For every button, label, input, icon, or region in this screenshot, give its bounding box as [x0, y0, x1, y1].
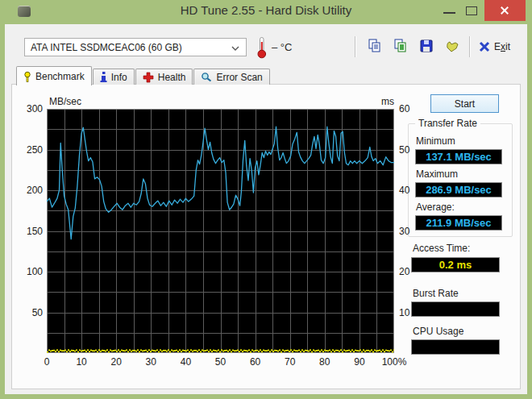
copy-screenshot-button[interactable] [390, 36, 411, 57]
drive-select-value: ATA INTEL SSDMCEAC06 (60 GB) [31, 42, 182, 53]
tab-info[interactable]: Info [93, 69, 135, 85]
tab-label: Benchmark [35, 71, 85, 82]
x-axis-tick-label: 50 [206, 356, 235, 368]
maximum-value: 286.9 MB/sec [415, 182, 502, 197]
hd-tune-window: { "window": { "title": "HD Tune 2.55 - H… [0, 0, 532, 399]
maximize-button[interactable] [463, 0, 480, 21]
x-axis-tick-label: 80 [310, 356, 339, 368]
temperature-value: – °C [272, 41, 292, 53]
temperature-icon [256, 36, 268, 59]
y-axis-right-tick-label: 40 [399, 185, 420, 196]
magnifier-icon [201, 72, 212, 82]
minimize-button[interactable] [440, 0, 459, 21]
tab-strip: Benchmark Info Health Error Scan [16, 65, 271, 85]
x-axis-tick-label: 40 [171, 356, 200, 368]
x-axis-tick-label: 20 [102, 356, 131, 368]
left-axis-unit-label: MB/sec [49, 96, 81, 107]
cpu-usage-label: CPU Usage [413, 326, 463, 337]
access-time-value: 0.2 ms [411, 257, 500, 272]
x-axis-tick-label: 100% [380, 356, 409, 368]
tab-label: Error Scan [216, 72, 262, 83]
x-axis-tick-label: 90 [345, 356, 374, 368]
maximum-label: Maximum [416, 168, 458, 180]
y-axis-right-tick-label: 10 [399, 307, 420, 318]
benchmark-icon [23, 71, 31, 82]
y-axis-right-tick-label: 30 [399, 226, 420, 237]
burst-rate-label: Burst Rate [413, 288, 459, 299]
average-label: Average: [416, 202, 455, 213]
info-icon [100, 72, 107, 82]
window-titlebar: HD Tune 2.55 - Hard Disk Utility [0, 0, 532, 24]
y-axis-left-tick-label: 200 [12, 185, 43, 196]
minimum-label: Minimum [416, 135, 455, 147]
access-time-label: Access Time: [413, 243, 470, 254]
tab-benchmark[interactable]: Benchmark [16, 66, 92, 85]
y-axis-left-tick-label: 300 [12, 103, 43, 114]
transfer-rate-title: Transfer Rate [415, 118, 480, 129]
minimum-value: 137.1 MB/sec [415, 149, 502, 164]
toolbar-separator [355, 36, 355, 57]
save-icon [418, 38, 434, 54]
tab-health[interactable]: Health [135, 69, 193, 85]
x-axis-tick-label: 60 [241, 356, 270, 368]
y-axis-left-tick-label: 50 [12, 307, 43, 318]
x-axis-tick-label: 70 [276, 356, 305, 368]
x-axis-tick-label: 30 [136, 356, 165, 368]
copy-to-clipboard-button[interactable] [364, 36, 385, 57]
exit-label: Exit [494, 41, 510, 52]
tab-error-scan[interactable]: Error Scan [193, 69, 269, 85]
y-axis-right-tick-label: 60 [399, 103, 420, 114]
benchmark-chart [47, 109, 394, 353]
health-cross-icon [143, 72, 154, 83]
burst-rate-value: 138.7 MB/sec [411, 301, 500, 317]
copy-screenshot-icon [393, 38, 409, 54]
close-button[interactable] [484, 0, 526, 21]
exit-button[interactable]: Exit [479, 36, 510, 57]
y-axis-left-tick-label: 150 [12, 226, 43, 237]
start-button[interactable]: Start [430, 94, 499, 113]
benchmark-panel: MB/sec ms Start Transfer Rate Minimum 13… [11, 84, 521, 389]
y-axis-left-tick-label: 100 [12, 266, 43, 277]
window-content: ATA INTEL SSDMCEAC06 (60 GB) – °C [5, 24, 527, 394]
tab-label: Health [158, 72, 186, 83]
y-axis-left-tick-label: 250 [12, 144, 43, 156]
help-button[interactable] [442, 36, 463, 57]
cpu-usage-value: 8.6% [411, 339, 500, 355]
x-axis-tick-label: 0 [32, 356, 61, 368]
copy-icon [367, 38, 383, 54]
tab-label: Info [111, 72, 127, 83]
toolbar-separator [469, 36, 470, 57]
right-axis-unit-label: ms [346, 96, 394, 107]
y-axis-right-tick-label: 50 [399, 144, 420, 156]
transfer-rate-groupbox: Transfer Rate Minimum 137.1 MB/sec Maxim… [408, 123, 513, 237]
average-value: 211.9 MB/sec [415, 215, 502, 231]
drive-select[interactable]: ATA INTEL SSDMCEAC06 (60 GB) [24, 38, 247, 56]
save-button[interactable] [416, 36, 437, 57]
exit-x-icon [479, 41, 490, 52]
help-hand-icon [444, 38, 460, 54]
x-axis-tick-label: 10 [67, 356, 96, 368]
chevron-down-icon [231, 46, 239, 51]
y-axis-right-tick-label: 20 [399, 266, 420, 277]
